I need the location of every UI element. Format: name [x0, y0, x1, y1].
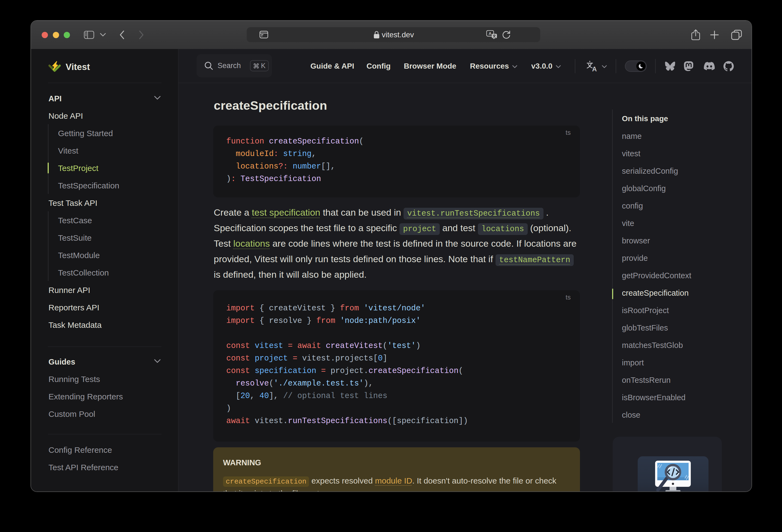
svg-text:A: A: [489, 31, 492, 36]
